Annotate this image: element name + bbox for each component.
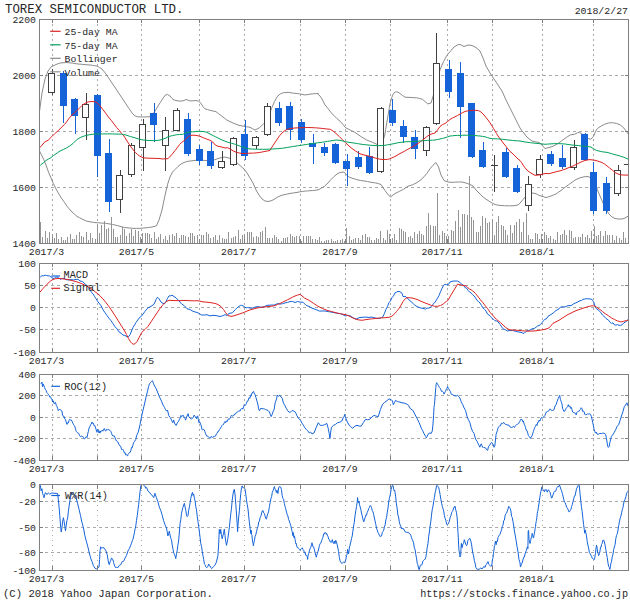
svg-text:https://stocks.finance.yahoo.c: https://stocks.finance.yahoo.co.jp: [420, 589, 628, 600]
svg-text:-200: -200: [12, 434, 36, 445]
svg-text:2017/9: 2017/9: [322, 356, 357, 367]
svg-text:2017/9: 2017/9: [322, 464, 357, 475]
svg-text:W%R(14): W%R(14): [65, 491, 108, 502]
svg-text:2017/5: 2017/5: [119, 247, 154, 258]
svg-text:200: 200: [18, 391, 36, 402]
svg-text:25-day MA: 25-day MA: [65, 27, 118, 38]
svg-text:Bollinger: Bollinger: [65, 54, 118, 65]
svg-text:400: 400: [18, 370, 36, 381]
svg-text:2017/11: 2017/11: [421, 464, 462, 475]
svg-text:0: 0: [30, 413, 36, 424]
svg-text:2017/7: 2017/7: [221, 356, 256, 367]
svg-text:0: 0: [30, 480, 36, 491]
svg-text:2000: 2000: [12, 71, 36, 82]
svg-text:75-day MA: 75-day MA: [65, 41, 118, 52]
svg-text:-50: -50: [18, 325, 36, 336]
svg-text:2017/3: 2017/3: [29, 574, 64, 585]
svg-text:-20: -20: [18, 497, 36, 508]
svg-text:-80: -80: [18, 548, 36, 559]
svg-text:50: 50: [24, 281, 36, 292]
svg-text:0: 0: [30, 303, 36, 314]
svg-text:2018/2/27: 2018/2/27: [575, 6, 628, 17]
svg-text:2017/7: 2017/7: [221, 464, 256, 475]
svg-text:-50: -50: [18, 523, 36, 534]
svg-text:2017/9: 2017/9: [322, 247, 357, 258]
svg-text:1800: 1800: [12, 127, 36, 138]
svg-text:TOREX SEMICONDUCTOR LTD.: TOREX SEMICONDUCTOR LTD.: [5, 3, 183, 17]
svg-text:MACD: MACD: [64, 270, 88, 281]
svg-text:2017/11: 2017/11: [421, 356, 462, 367]
svg-text:Signal: Signal: [64, 283, 101, 294]
svg-text:2017/3: 2017/3: [29, 464, 64, 475]
svg-text:2018/1: 2018/1: [519, 464, 554, 475]
svg-text:2017/9: 2017/9: [322, 574, 357, 585]
svg-text:2017/3: 2017/3: [29, 247, 64, 258]
svg-text:100: 100: [18, 259, 36, 270]
svg-text:2018/1: 2018/1: [519, 574, 554, 585]
svg-text:2017/5: 2017/5: [119, 574, 154, 585]
svg-text:2017/11: 2017/11: [421, 247, 462, 258]
svg-text:2017/3: 2017/3: [29, 356, 64, 367]
svg-text:2018/1: 2018/1: [519, 356, 554, 367]
svg-text:2017/7: 2017/7: [221, 247, 256, 258]
svg-text:1600: 1600: [12, 183, 36, 194]
svg-text:2018/1: 2018/1: [519, 247, 554, 258]
svg-text:2017/5: 2017/5: [119, 356, 154, 367]
svg-text:2017/11: 2017/11: [421, 574, 462, 585]
svg-text:ROC(12): ROC(12): [64, 382, 107, 393]
svg-text:2017/7: 2017/7: [221, 574, 256, 585]
svg-text:Volume: Volume: [65, 68, 100, 79]
svg-text:(C) 2018 Yahoo Japan Corporati: (C) 2018 Yahoo Japan Corporation.: [3, 588, 213, 600]
svg-text:2017/5: 2017/5: [119, 464, 154, 475]
